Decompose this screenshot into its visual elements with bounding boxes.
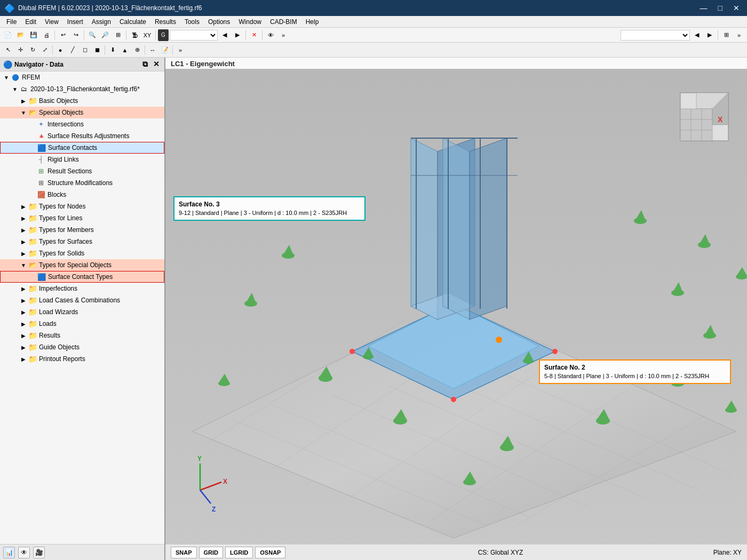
zoom-in-button[interactable]: 🔍 xyxy=(86,29,98,41)
tree-item-loads[interactable]: ▶ 📁 Loads xyxy=(0,318,164,330)
menu-options[interactable]: Options xyxy=(204,17,234,27)
expand-types-nodes[interactable]: ▶ xyxy=(19,204,28,210)
expand-results[interactable]: ▶ xyxy=(19,333,28,339)
more-button[interactable]: » xyxy=(277,29,289,41)
osnap-button[interactable]: OSNAP xyxy=(255,547,285,558)
move-button[interactable]: ✛ xyxy=(14,44,26,56)
redo-button[interactable]: ↪ xyxy=(70,29,82,41)
expand-types-surfaces[interactable]: ▶ xyxy=(19,239,28,245)
prev-lc-button[interactable]: ◀ xyxy=(219,29,231,41)
expand-types-members[interactable]: ▶ xyxy=(19,227,28,233)
viewport-3d[interactable]: LC1 - Eigengewicht Loads [kN] xyxy=(165,58,747,560)
more-t2-button[interactable]: » xyxy=(174,44,186,56)
tree-item-project[interactable]: ▼ 🗂 2020-10-13_Flächenkontakt_fertig.rf6… xyxy=(0,83,164,95)
tree-item-special-objects[interactable]: ▼ 📂 Special Objects xyxy=(0,107,164,118)
tree-item-surface-contacts[interactable]: ▶ 🟦 Surface Contacts xyxy=(0,142,164,154)
tree-item-types-solids[interactable]: ▶ 📁 Types for Solids xyxy=(0,247,164,259)
expand-basic-objects[interactable]: ▶ xyxy=(19,98,28,104)
expand-imperfections[interactable]: ▶ xyxy=(19,286,28,292)
menu-calculate[interactable]: Calculate xyxy=(115,17,150,27)
dimensions-btn[interactable]: ↔ xyxy=(147,44,158,56)
zoom-out-button[interactable]: 🔎 xyxy=(99,29,111,41)
eye-button[interactable]: 👁 xyxy=(265,29,276,41)
tree-item-types-surfaces[interactable]: ▶ 📁 Types for Surfaces xyxy=(0,236,164,247)
color-g-button[interactable]: G xyxy=(158,29,169,41)
view-dropdown[interactable]: 1 - Global XYZ xyxy=(621,30,690,41)
menu-edit[interactable]: Edit xyxy=(21,17,41,27)
release-btn[interactable]: ⊕ xyxy=(131,44,143,56)
menu-tools[interactable]: Tools xyxy=(180,17,204,27)
save-button[interactable]: 💾 xyxy=(28,29,39,41)
expand-project[interactable]: ▼ xyxy=(11,86,19,92)
nav-display-button[interactable]: 👁 xyxy=(18,547,30,558)
zoom-all-button[interactable]: ⊞ xyxy=(112,29,124,41)
menu-window[interactable]: Window xyxy=(234,17,266,27)
view-xy-button[interactable]: XY xyxy=(141,29,153,41)
tree-item-blocks[interactable]: ▶ 🧱 Blocks xyxy=(0,189,164,201)
more2-button[interactable]: » xyxy=(733,29,745,41)
tree-item-types-nodes[interactable]: ▶ 📁 Types for Nodes xyxy=(0,201,164,212)
nav-float-button[interactable]: ⧉ xyxy=(141,59,149,69)
menu-results[interactable]: Results xyxy=(150,17,180,27)
tree-item-guide-objects[interactable]: ▶ 📁 Guide Objects xyxy=(0,341,164,353)
view-3d-button[interactable]: 🗜 xyxy=(129,29,140,41)
nav-close-button[interactable]: ✕ xyxy=(152,59,161,69)
expand-load-wizards[interactable]: ▶ xyxy=(19,309,28,315)
undo-button[interactable]: ↩ xyxy=(57,29,69,41)
menu-insert[interactable]: Insert xyxy=(63,17,88,27)
expand-loads[interactable]: ▶ xyxy=(19,321,28,327)
minimize-button[interactable]: — xyxy=(697,3,711,13)
tree-item-types-members[interactable]: ▶ 📁 Types for Members xyxy=(0,224,164,236)
load-case-btn[interactable]: ⬇ xyxy=(107,44,118,56)
maximize-button[interactable]: □ xyxy=(715,3,726,13)
tree-item-intersections[interactable]: ▶ ✦ Intersections xyxy=(0,118,164,130)
grid-view-button[interactable]: ⊞ xyxy=(720,29,732,41)
view-next[interactable]: ▶ xyxy=(704,29,716,41)
menu-view[interactable]: View xyxy=(41,17,63,27)
view-prev[interactable]: ◀ xyxy=(691,29,703,41)
open-button[interactable]: 📂 xyxy=(15,29,27,41)
cursor-button[interactable]: ↖ xyxy=(2,44,14,56)
tree-item-rigid-links[interactable]: ▶ ┤ Rigid Links xyxy=(0,154,164,165)
expand-load-cases[interactable]: ▶ xyxy=(19,298,28,303)
lgrid-button[interactable]: LGRID xyxy=(225,547,253,558)
scale-button[interactable]: ⤢ xyxy=(39,44,51,56)
window-controls[interactable]: — □ ✕ xyxy=(697,3,743,13)
tree-item-results[interactable]: ▶ 📁 Results xyxy=(0,330,164,341)
expand-printout[interactable]: ▶ xyxy=(19,356,28,362)
tree-item-result-sections[interactable]: ▶ ⊞ Result Sections xyxy=(0,165,164,177)
tree-item-rfem[interactable]: ▼ 🔵 RFEM xyxy=(0,71,164,83)
expand-guide-objects[interactable]: ▶ xyxy=(19,345,28,350)
tree-item-surface-contact-types[interactable]: ▶ 🟦 Surface Contact Types xyxy=(0,271,164,283)
navigator-controls[interactable]: ⧉ ✕ xyxy=(141,59,161,69)
nav-data-button[interactable]: 📊 xyxy=(3,547,15,558)
tree-item-structure-mod[interactable]: ▶ ⊞ Structure Modifications xyxy=(0,177,164,189)
grid-button[interactable]: GRID xyxy=(199,547,224,558)
expand-types-lines[interactable]: ▶ xyxy=(19,215,28,221)
print-button[interactable]: 🖨 xyxy=(41,29,52,41)
tree-item-load-cases[interactable]: ▶ 📁 Load Cases & Combinations xyxy=(0,294,164,306)
rotate-button[interactable]: ↻ xyxy=(27,44,38,56)
lc-dropdown[interactable]: LC1 ... xyxy=(170,30,218,41)
tree-item-surface-results-adj[interactable]: ▶ 🔺 Surface Results Adjustments xyxy=(0,130,164,142)
new-button[interactable]: 📄 xyxy=(2,29,14,41)
menu-cad-bim[interactable]: CAD-BIM xyxy=(266,17,301,27)
tree-item-types-special[interactable]: ▼ 📂 Types for Special Objects xyxy=(0,259,164,271)
menu-help[interactable]: Help xyxy=(301,17,323,27)
next-lc-button[interactable]: ▶ xyxy=(232,29,243,41)
expand-types-solids[interactable]: ▶ xyxy=(19,251,28,257)
menu-file[interactable]: File xyxy=(2,17,21,27)
surface-button[interactable]: ◻ xyxy=(79,44,91,56)
annotation-btn[interactable]: 📝 xyxy=(159,44,171,56)
close-button[interactable]: ✕ xyxy=(730,3,743,13)
support-btn[interactable]: ▲ xyxy=(119,44,131,56)
tree-item-basic-objects[interactable]: ▶ 📁 Basic Objects xyxy=(0,95,164,107)
expand-types-special[interactable]: ▼ xyxy=(19,262,28,268)
menu-assign[interactable]: Assign xyxy=(88,17,115,27)
line-button[interactable]: ╱ xyxy=(67,44,78,56)
node-button[interactable]: ● xyxy=(54,44,66,56)
expand-special-objects[interactable]: ▼ xyxy=(19,110,28,116)
snap-button[interactable]: SNAP xyxy=(171,547,197,558)
nav-view-button[interactable]: 🎥 xyxy=(33,547,45,558)
solid-button[interactable]: ◼ xyxy=(91,44,103,56)
